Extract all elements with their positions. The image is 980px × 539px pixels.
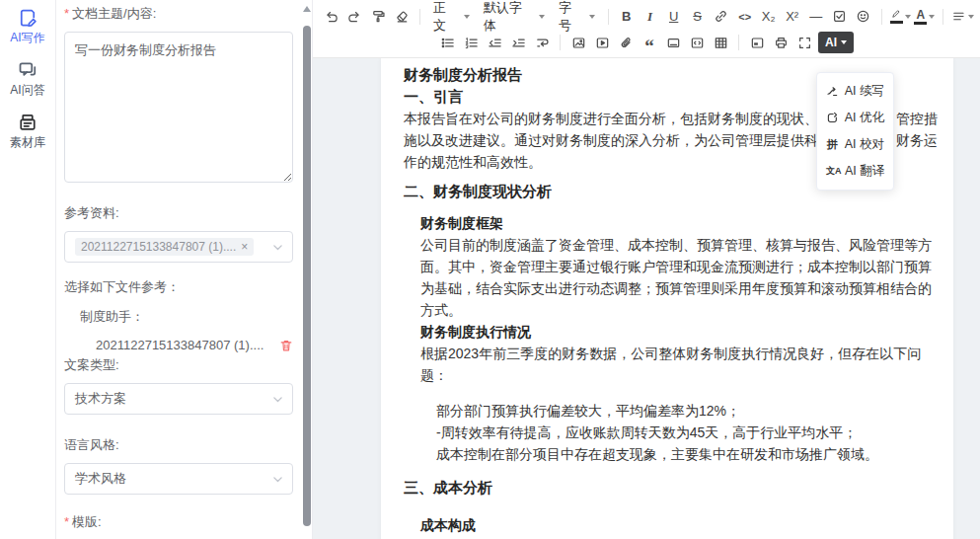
caret-icon bbox=[589, 15, 595, 19]
indent-icon[interactable] bbox=[506, 31, 530, 54]
ai-menu-item-optimize[interactable]: AI 优化 bbox=[817, 105, 893, 131]
app-window: AI写作 AI问答 素材库 *文档主题/内容: 写一份财务制度分析报告 参考资料… bbox=[0, 0, 980, 539]
tag-close-icon[interactable]: × bbox=[241, 241, 248, 253]
doc-heading-cost: 三、成本分析 bbox=[404, 477, 938, 499]
caret-icon bbox=[464, 15, 470, 19]
ai-menu-item-label: AI 优化 bbox=[845, 110, 884, 126]
doc-issue-item: -周转效率有待提高，应收账款周转天数为45天，高于行业平均水平； bbox=[436, 422, 938, 443]
heading-style-value: 正文 bbox=[433, 0, 459, 35]
emoji-icon[interactable] bbox=[852, 5, 875, 29]
reference-tag: 2021122715133847807 (1).... × bbox=[75, 238, 254, 256]
ai-menu-button[interactable]: AI bbox=[818, 32, 854, 53]
image-icon[interactable] bbox=[566, 31, 590, 54]
topic-label: *文档主题/内容: bbox=[64, 5, 293, 23]
doc-subheading-framework: 财务制度框架 bbox=[420, 212, 938, 234]
caret-icon bbox=[841, 40, 847, 44]
horizontal-rule-icon[interactable]: — bbox=[804, 5, 828, 29]
toolbar-separator bbox=[881, 9, 882, 25]
caret-icon bbox=[929, 15, 935, 19]
font-family-select[interactable]: 默认字体 bbox=[477, 5, 552, 29]
subscript-icon[interactable]: X₂ bbox=[757, 5, 781, 29]
trash-icon[interactable] bbox=[279, 339, 293, 352]
topic-input[interactable]: 写一份财务制度分析报告 bbox=[64, 32, 293, 183]
ai-translate-icon: 文A bbox=[826, 165, 839, 178]
blockquote-icon[interactable]: “ bbox=[638, 31, 661, 54]
reference-select[interactable]: 2021122715133847807 (1).... × bbox=[64, 231, 293, 263]
attachment-icon[interactable] bbox=[614, 31, 638, 54]
video-icon[interactable] bbox=[590, 31, 614, 54]
print-icon[interactable] bbox=[769, 31, 792, 54]
nav-item-label: AI写作 bbox=[10, 30, 44, 46]
redo-icon[interactable] bbox=[342, 5, 366, 29]
bold-icon[interactable]: B bbox=[615, 5, 639, 29]
ai-menu-item-label: AI 续写 bbox=[845, 83, 884, 100]
file-group-title: 制度助手： bbox=[80, 308, 293, 326]
nav-item-label: 素材库 bbox=[10, 134, 45, 151]
doc-type-label: 文案类型: bbox=[64, 356, 293, 374]
toolbar-separator bbox=[608, 9, 609, 25]
doc-type-value: 技术方案 bbox=[75, 390, 126, 408]
doc-subheading-execution: 财务制度执行情况 bbox=[420, 321, 938, 343]
ai-menu-item-proofread[interactable]: 拼 AI 校对 bbox=[817, 131, 893, 158]
ai-menu-item-translate[interactable]: 文A AI 翻译 bbox=[817, 158, 893, 185]
heading-style-select[interactable]: 正文 bbox=[426, 5, 477, 29]
ai-menu-item-label: AI 校对 bbox=[845, 136, 884, 153]
highlight-color-icon[interactable] bbox=[888, 5, 913, 29]
table-icon[interactable] bbox=[709, 31, 732, 54]
doc-subheading-cost: 成本构成 bbox=[420, 514, 938, 536]
required-mark: * bbox=[64, 514, 69, 529]
link-icon[interactable] bbox=[710, 5, 733, 29]
code-block-icon[interactable] bbox=[685, 31, 709, 54]
doc-paragraph-framework: 公司目前的制度涵盖了资金管理、成本控制、预算管理、核算与报告、风险管理等方面。其… bbox=[420, 234, 938, 321]
nav-item-ai-qa[interactable]: AI问答 bbox=[10, 60, 44, 99]
nav-item-label: AI问答 bbox=[10, 82, 44, 99]
selected-file-name: 2021122715133847807 (1).... bbox=[96, 338, 264, 352]
italic-icon[interactable]: I bbox=[639, 5, 662, 29]
required-mark: * bbox=[64, 6, 69, 21]
clear-format-icon[interactable] bbox=[390, 5, 414, 29]
toolbar-separator bbox=[942, 9, 943, 25]
language-style-label: 语言风格: bbox=[64, 436, 293, 454]
superscript-icon[interactable]: X² bbox=[781, 5, 804, 29]
ai-optimize-icon bbox=[826, 112, 839, 124]
format-painter-icon[interactable] bbox=[366, 5, 390, 29]
align-icon[interactable] bbox=[949, 5, 976, 29]
divider-icon[interactable] bbox=[661, 31, 685, 54]
template-label: *模版: bbox=[64, 513, 293, 531]
doc-pencil-icon bbox=[18, 8, 38, 28]
file-reference-label: 选择如下文件参考： bbox=[64, 278, 293, 296]
library-icon bbox=[18, 113, 38, 132]
ai-menu-item-continue[interactable]: AI 续写 bbox=[817, 78, 893, 105]
preview-icon[interactable] bbox=[745, 31, 769, 54]
nav-item-material-library[interactable]: 素材库 bbox=[10, 113, 45, 151]
editor-toolbar: 正文 默认字体 字号 B I U S <> X₂ X² — A bbox=[313, 0, 980, 58]
underline-icon[interactable]: U bbox=[662, 5, 686, 29]
reference-tag-text: 2021122715133847807 (1).... bbox=[81, 240, 236, 254]
panel-scrollbar bbox=[302, 0, 312, 539]
scrollbar-thumb[interactable] bbox=[303, 26, 311, 526]
ai-continue-icon bbox=[826, 85, 839, 98]
ai-dropdown-menu: AI 续写 AI 优化 拼 AI 校对 文A AI 翻译 bbox=[816, 72, 894, 191]
font-size-select[interactable]: 字号 bbox=[552, 5, 602, 29]
ordered-list-icon[interactable] bbox=[459, 31, 483, 54]
scroll-up-arrow[interactable] bbox=[303, 6, 311, 12]
todo-list-icon[interactable] bbox=[828, 5, 852, 29]
selected-file-row: 2021122715133847807 (1).... bbox=[96, 338, 293, 352]
writing-form-panel: *文档主题/内容: 写一份财务制度分析报告 参考资料: 202112271513… bbox=[56, 0, 312, 539]
inline-code-icon[interactable]: <> bbox=[733, 5, 757, 29]
chevron-down-icon bbox=[271, 393, 284, 406]
toolbar-separator bbox=[738, 35, 739, 50]
toolbar-row-2: “ AI bbox=[435, 30, 976, 55]
undo-icon[interactable] bbox=[319, 5, 342, 29]
font-color-icon[interactable]: A bbox=[912, 5, 937, 29]
bullet-list-icon[interactable] bbox=[435, 31, 459, 54]
line-break-icon[interactable] bbox=[530, 31, 554, 54]
outdent-icon[interactable] bbox=[483, 31, 506, 54]
doc-type-select[interactable]: 技术方案 bbox=[64, 383, 293, 415]
caret-icon bbox=[905, 15, 911, 19]
nav-item-ai-writing[interactable]: AI写作 bbox=[10, 8, 44, 46]
toolbar-row-1: 正文 默认字体 字号 B I U S <> X₂ X² — A bbox=[319, 3, 976, 30]
fullscreen-icon[interactable] bbox=[792, 31, 816, 54]
strikethrough-icon[interactable]: S bbox=[686, 5, 710, 29]
language-style-select[interactable]: 学术风格 bbox=[64, 463, 293, 495]
